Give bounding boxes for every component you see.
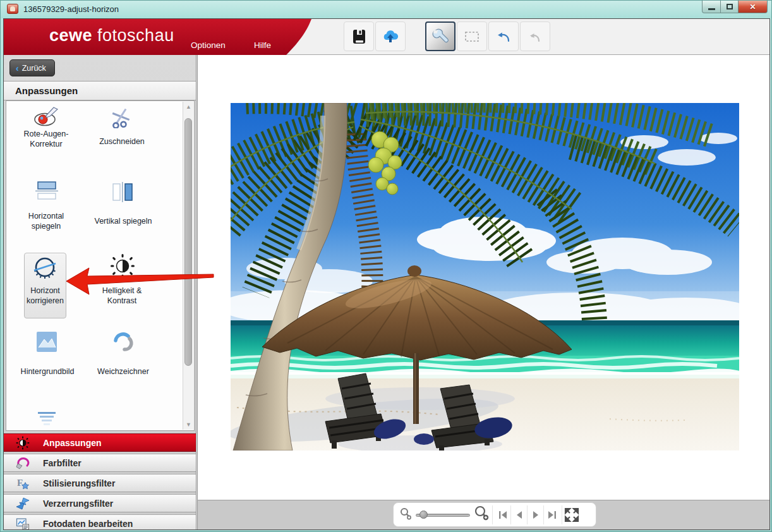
close-button[interactable]: ✕ xyxy=(739,1,768,13)
tool-panel: Rote-Augen- Korrektur Zuschneiden xyxy=(6,100,195,431)
tool-label-blur[interactable]: Weichzeichner xyxy=(87,366,160,377)
section-stilisierungsfilter[interactable]: F Stilisierungsfilter xyxy=(4,474,196,492)
wrench-edit-icon xyxy=(431,28,449,45)
tool-label-horizon[interactable]: Horizont korrigieren xyxy=(24,286,66,306)
status-bar xyxy=(197,500,769,529)
last-photo-icon xyxy=(547,511,557,519)
next-photo-icon xyxy=(531,511,540,519)
zoom-slider[interactable] xyxy=(416,510,470,520)
section-verzerrungsfilter[interactable]: Verzerrungsfilter xyxy=(4,494,196,512)
tool-panel-scrollbar[interactable]: ▲ ▼ xyxy=(183,102,193,430)
last-photo-button[interactable] xyxy=(543,505,560,524)
zoom-in-icon[interactable] xyxy=(474,505,490,524)
scroll-down-icon[interactable]: ▼ xyxy=(183,420,194,430)
tool-label-red-eye[interactable]: Rote-Augen- Korrektur xyxy=(11,129,81,150)
tool-label-flip-v[interactable]: Vertikal spiegeln xyxy=(87,216,160,226)
section-label: Fotodaten bearbeiten xyxy=(43,519,133,529)
save-icon xyxy=(351,28,367,45)
partial-tool-icon xyxy=(34,411,59,427)
app-logo: cewe fotoschau xyxy=(49,26,174,45)
brightness-contrast-icon[interactable] xyxy=(107,253,138,279)
photo-canvas[interactable] xyxy=(197,55,769,500)
menu-optionen[interactable]: Optionen xyxy=(191,40,226,50)
zoom-toolbar xyxy=(393,502,596,527)
upload-cloud-icon xyxy=(382,28,399,45)
photo-data-icon xyxy=(15,517,31,531)
title-bar[interactable]: 136579329-adjust-horizon ✕ xyxy=(1,1,771,18)
red-eye-icon[interactable] xyxy=(30,105,62,129)
section-fotodaten[interactable]: Fotodaten bearbeiten xyxy=(4,514,196,530)
tool-label-flip-h[interactable]: Horizontal spiegeln xyxy=(11,211,81,232)
tool-label-background[interactable]: Hintergrundbild xyxy=(11,366,84,377)
selection-button[interactable] xyxy=(457,21,487,51)
prev-photo-icon xyxy=(515,511,524,519)
tool-label-brightness[interactable]: Helligkeit & Kontrast xyxy=(87,286,157,306)
edit-mode-button[interactable] xyxy=(425,21,455,51)
save-button[interactable] xyxy=(344,21,374,51)
selection-marquee-icon xyxy=(464,28,480,45)
sidebar: ‹ Zurück Anpassungen Rote-Augen- Korrekt… xyxy=(4,55,196,529)
first-photo-button[interactable] xyxy=(495,505,510,524)
prev-photo-button[interactable] xyxy=(510,505,527,524)
client-area: cewe fotoschau Optionen Hilfe xyxy=(3,18,770,530)
app-icon xyxy=(7,4,18,14)
distortion-filter-icon xyxy=(15,497,31,511)
app-window: 136579329-adjust-horizon ✕ cewe fotoscha… xyxy=(0,0,772,532)
zoom-slider-handle[interactable] xyxy=(419,511,428,519)
undo-arrow-icon xyxy=(527,28,543,45)
scissors-icon[interactable] xyxy=(106,106,138,129)
background-image-icon[interactable] xyxy=(34,330,59,354)
blur-icon[interactable] xyxy=(110,330,135,354)
menu-hilfe[interactable]: Hilfe xyxy=(254,40,271,50)
first-photo-icon xyxy=(498,511,508,519)
section-label: Farbfilter xyxy=(43,458,81,468)
share-button[interactable] xyxy=(488,21,519,51)
minimize-button[interactable] xyxy=(702,1,721,13)
back-button[interactable]: ‹ Zurück xyxy=(9,59,55,76)
back-button-label: Zurück xyxy=(22,64,46,73)
logo-light: fotoschau xyxy=(97,26,174,45)
scroll-up-icon[interactable]: ▲ xyxy=(183,102,194,112)
flip-vertical-icon[interactable] xyxy=(109,181,136,203)
flip-horizontal-icon[interactable] xyxy=(33,179,61,202)
window-title: 136579329-adjust-horizon xyxy=(23,4,119,14)
maximize-button[interactable] xyxy=(721,1,739,13)
section-label: Stilisierungsfilter xyxy=(43,478,115,488)
scrollbar-thumb[interactable] xyxy=(184,118,192,366)
beach-photo xyxy=(231,103,739,450)
section-label: Anpassungen xyxy=(43,438,102,448)
brightness-contrast-icon xyxy=(15,436,31,450)
horizon-correct-icon[interactable] xyxy=(29,255,61,282)
tool-label-crop[interactable]: Zuschneiden xyxy=(87,136,157,147)
section-label: Verzerrungsfilter xyxy=(43,499,113,509)
panel-title: Anpassungen xyxy=(4,81,196,100)
maximize-icon xyxy=(727,4,733,9)
svg-text:F: F xyxy=(17,478,23,488)
window-controls: ✕ xyxy=(702,1,768,13)
section-accordion: Anpassungen Farbfilter F xyxy=(4,433,196,530)
color-filter-icon xyxy=(15,456,31,470)
stylize-filter-icon: F xyxy=(15,476,31,490)
fullscreen-button[interactable] xyxy=(564,507,579,523)
next-photo-button[interactable] xyxy=(527,505,543,524)
fullscreen-icon xyxy=(564,507,579,523)
close-icon: ✕ xyxy=(749,3,756,11)
zoom-out-icon[interactable] xyxy=(399,507,412,523)
minimize-icon xyxy=(708,8,715,10)
upload-button[interactable] xyxy=(375,21,406,51)
chevron-left-icon: ‹ xyxy=(16,63,19,73)
section-farbfilter[interactable]: Farbfilter xyxy=(4,454,196,472)
section-anpassungen[interactable]: Anpassungen xyxy=(4,433,196,452)
undo-button[interactable] xyxy=(520,21,550,51)
logo-bold: cewe xyxy=(49,26,92,45)
share-arrow-icon xyxy=(495,28,512,45)
app-header: cewe fotoschau Optionen Hilfe xyxy=(4,19,769,55)
